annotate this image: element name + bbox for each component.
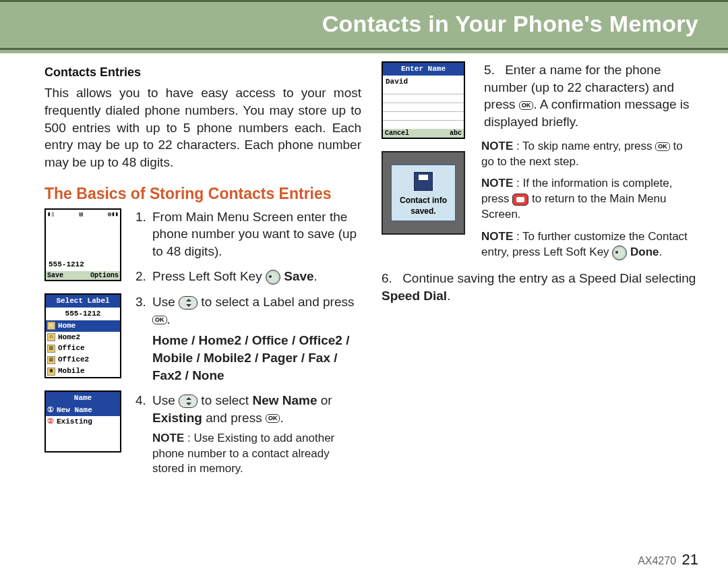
page-footer: AX4270 21 — [638, 550, 698, 570]
note-1: NOTE : To skip name entry, press OK to g… — [481, 139, 698, 170]
list-item: ▤Office2 — [46, 354, 120, 366]
dial-number: 555-1212 — [46, 258, 120, 271]
status-bar: ▮▯▤◍▮▮ — [46, 210, 120, 219]
screen-title: Select Label — [46, 295, 120, 308]
screen-subnumber: 555-1212 — [46, 308, 120, 320]
step-6: Continue saving the entry as a Speed Dia… — [382, 270, 698, 304]
left-column: Contacts Entries This allows you to have… — [44, 61, 361, 485]
page-title: Contacts in Your Phone's Memory — [322, 9, 698, 40]
steps-area-left: ▮▯▤◍▮▮ 555-1212 Save Options Select Labe… — [44, 208, 361, 486]
manual-page: Contacts in Your Phone's Memory Contacts… — [0, 0, 728, 582]
left-steps-text: From Main Menu Screen enter the phone nu… — [135, 208, 361, 486]
subsection-title: Contacts Entries — [44, 64, 361, 80]
right-column: Enter Name David Cancel abc — [382, 61, 698, 485]
softkey-right: abc — [450, 129, 462, 138]
left-screenshots: ▮▯▤◍▮▮ 555-1212 Save Options Select Labe… — [44, 208, 125, 486]
step-3: Use to select a Label and press OK. Home… — [150, 293, 361, 384]
nav-key-icon — [179, 296, 198, 310]
softkey-left: Save — [47, 271, 63, 281]
phone-screen-name: Name ①New Name ②Existing — [44, 390, 121, 453]
step-1: From Main Menu Screen enter the phone nu… — [150, 208, 361, 260]
ok-key-icon: OK — [519, 101, 534, 110]
note-3: NOTE : To further customize the Contact … — [481, 229, 698, 260]
ok-key-icon: OK — [266, 414, 280, 423]
phone-screen-saved: Contact info saved. — [382, 151, 465, 235]
softkey-right: Options — [90, 271, 119, 281]
note-2: NOTE : If the information is complete, p… — [481, 176, 698, 223]
page-header: Contacts in Your Phone's Memory — [0, 0, 728, 53]
phone-screen-dial: ▮▯▤◍▮▮ 555-1212 Save Options — [44, 208, 121, 281]
ordered-steps-bottom: Continue saving the entry as a Speed Dia… — [382, 270, 698, 304]
phone-screen-select-label: Select Label 555-1212 ⌂Home ⌂Home2 ▤Offi… — [44, 293, 121, 378]
right-top-text: Enter a name for the phone number (up to… — [481, 61, 698, 260]
ordered-steps: From Main Menu Screen enter the phone nu… — [135, 208, 361, 477]
nav-key-icon — [179, 395, 198, 408]
ok-key-icon: OK — [152, 316, 167, 324]
floppy-icon — [414, 172, 433, 191]
label-options: Home / Home2 / Office / Office2 / Mobile… — [152, 332, 361, 384]
phone-screen-enter-name: Enter Name David Cancel abc — [382, 61, 465, 139]
screen-title: Name — [46, 392, 120, 405]
list-item: ①New Name — [46, 405, 120, 416]
screen-title: Enter Name — [383, 63, 464, 76]
ok-key-icon: OK — [655, 142, 670, 151]
model-number: AX4270 — [638, 555, 676, 566]
saved-dialog: Contact info saved. — [391, 165, 456, 221]
end-key-icon — [512, 194, 528, 206]
right-screenshots: Enter Name David Cancel abc — [382, 61, 469, 260]
header-rule — [0, 48, 728, 50]
ordered-steps-right: Enter a name for the phone number (up to… — [481, 61, 698, 131]
intro-paragraph: This allows you to have easy access to y… — [44, 84, 361, 171]
list-item: ☎Mobile — [46, 366, 120, 377]
entered-value: David — [383, 76, 464, 88]
left-softkey-icon — [266, 270, 280, 285]
right-top-row: Enter Name David Cancel abc — [382, 61, 698, 260]
list-item: ▤Office — [46, 343, 120, 354]
page-number: 21 — [682, 551, 698, 568]
content-columns: Contacts Entries This allows you to have… — [0, 53, 728, 485]
section-title-basics: The Basics of Storing Contacts Entries — [44, 183, 361, 204]
softkey-left: Cancel — [385, 129, 409, 138]
left-softkey-icon — [612, 245, 627, 260]
step-2: Press Left Soft Key Save. — [150, 268, 361, 285]
list-item: ⌂Home2 — [46, 332, 120, 343]
note-step4: NOTE : Use Existing to add another phone… — [152, 431, 361, 477]
step-4: Use to select New Name or Existing and p… — [150, 392, 361, 477]
step-5: Enter a name for the phone number (up to… — [481, 61, 698, 131]
list-item: ②Existing — [46, 416, 120, 428]
list-item: ⌂Home — [46, 320, 120, 332]
